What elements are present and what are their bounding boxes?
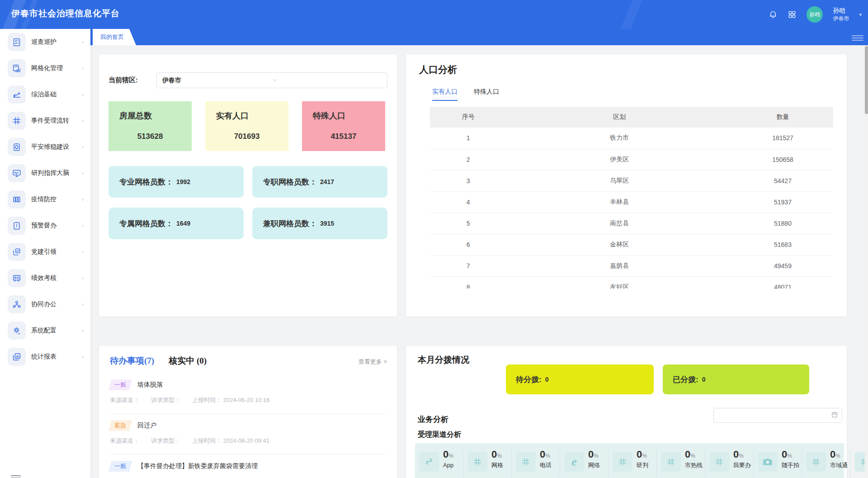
- stat-card-value: 513628: [108, 132, 192, 141]
- device-chart-icon: [8, 59, 26, 77]
- sidebar-item-label: 巡查巡护: [31, 38, 82, 46]
- todo-panel: 待办事项(7) 核实中 (0) 查看更多 > 一般墙体脱落来源渠道：诉求类型：上…: [99, 346, 397, 478]
- channel-label: 市域通: [830, 461, 850, 470]
- chevron-right-icon: ›: [82, 65, 84, 71]
- table-cell: 8: [430, 276, 506, 289]
- tab-bar: 我的首页: [0, 29, 868, 45]
- current-district-label: 当前辖区:: [108, 76, 156, 85]
- channel-item: 0%网格: [463, 449, 511, 478]
- table-cell: 嘉荫县: [506, 255, 732, 276]
- sidebar-item-5[interactable]: 研判指挥大脑›: [0, 160, 90, 186]
- header-decoration: [619, 0, 643, 29]
- channel-percent: 0%: [782, 449, 802, 460]
- business-analysis-title: 业务分析: [418, 414, 448, 425]
- sidebar-item-1[interactable]: 网格化管理›: [0, 55, 90, 81]
- todo-verifying-title[interactable]: 核实中 (0): [169, 355, 207, 367]
- sidebar-item-9[interactable]: 绩效考核›: [0, 265, 90, 291]
- sidebar-item-7[interactable]: 预警督办›: [0, 213, 90, 239]
- worker-card-label: 兼职网格员数：: [263, 218, 317, 229]
- sidebar-item-10[interactable]: 协同办公›: [0, 291, 90, 317]
- done-dispatch-value: 0: [702, 376, 706, 383]
- hash-grid-icon: [854, 452, 865, 472]
- population-panel: 人口分析 实有人口特殊人口 序号区划数量 1铁力市1815272伊美区15065…: [406, 54, 847, 317]
- sidebar-collapse-icon[interactable]: [11, 474, 21, 478]
- todo-title[interactable]: 待办事项(7): [110, 355, 154, 367]
- done-dispatch-card: 已分拨: 0: [663, 364, 809, 394]
- channel-percent: 0%: [733, 449, 753, 460]
- chevron-right-icon: ›: [82, 354, 84, 360]
- hash-grid-icon: [613, 452, 632, 472]
- sidebar-item-0[interactable]: 巡查巡护›: [0, 29, 90, 55]
- stat-card-value: 415137: [302, 132, 385, 141]
- sidebar-item-4[interactable]: 平安维稳建设›: [0, 134, 90, 160]
- sidebar-item-label: 党建引领: [31, 248, 82, 256]
- user-menu-chevron-icon[interactable]: ▾: [859, 12, 862, 18]
- page-scrollbar[interactable]: [865, 45, 868, 478]
- sidebar-item-12[interactable]: 统计报表›: [0, 344, 90, 370]
- sidebar-item-label: 网格化管理: [31, 64, 82, 72]
- view-more-link[interactable]: 查看更多 >: [359, 358, 387, 366]
- channel-item: 0%市热线: [656, 449, 705, 478]
- chevron-right-icon: ›: [82, 144, 84, 150]
- stat-card: 房屋总数513628: [108, 101, 192, 151]
- chevron-right-icon: ›: [82, 91, 84, 98]
- todo-list-item[interactable]: 一般墙体脱落来源渠道：诉求类型：上报时间： 2024-06-20 10:16: [110, 373, 386, 414]
- channel-label: 网格: [491, 461, 511, 470]
- sidebar-item-3[interactable]: 事件受理流转›: [0, 108, 90, 134]
- sidebar-item-11[interactable]: 系统配置›: [0, 317, 90, 344]
- user-info[interactable]: 孙晗 伊春市: [833, 6, 849, 22]
- sidebar-item-label: 研判指挥大脑: [31, 169, 82, 177]
- stat-card-label: 房屋总数: [119, 110, 192, 121]
- columns-icon: [8, 190, 26, 208]
- sidebar-item-6[interactable]: 疫情防控›: [0, 186, 90, 213]
- notification-bell-icon[interactable]: [769, 10, 778, 19]
- sidebar-item-label: 绩效考核: [31, 274, 82, 282]
- worker-card-label: 专属网格员数：: [119, 218, 173, 229]
- grid-worker-card: 兼职网格员数：3915: [252, 208, 387, 239]
- sidebar-item-label: 预警督办: [31, 222, 82, 230]
- scrollbar-thumb[interactable]: [865, 46, 868, 114]
- channel-strip: 0%App0%网格0%电话e0%网络0%研判0%市热线0%我要办0%随手拍0%市…: [415, 443, 844, 478]
- sidebar-item-8[interactable]: 党建引领›: [0, 239, 90, 265]
- channel-percent: 0%: [588, 449, 608, 460]
- sidebar-item-2[interactable]: 综治基础›: [0, 81, 90, 108]
- dispatch-panel: 本月分拨情况 待分拨: 0 已分拨: 0 业务分析 受理渠道分析 0%App0%…: [406, 346, 847, 478]
- chevron-right-icon: ›: [82, 275, 84, 281]
- chevron-right-icon: ›: [82, 301, 84, 308]
- date-range-input[interactable]: [713, 408, 842, 423]
- table-cell: 54427: [732, 170, 833, 191]
- table-row: 3乌翠区54427: [430, 170, 833, 191]
- table-cell: 友好区: [506, 276, 732, 289]
- grid-worker-card: 专业网格员数：1992: [108, 166, 244, 198]
- population-tab-1[interactable]: 特殊人口: [474, 88, 499, 101]
- sidebar: 巡查巡护›网格化管理›综治基础›事件受理流转›平安维稳建设›研判指挥大脑›疫情防…: [0, 29, 90, 478]
- table-cell: 48071: [732, 276, 833, 289]
- table-cell: 49459: [732, 255, 833, 276]
- dispatch-title: 本月分拨情况: [418, 354, 469, 366]
- sidebar-item-label: 协同办公: [31, 300, 82, 308]
- report-copy-icon: [8, 348, 26, 366]
- todo-item-title: 回迁户: [137, 421, 156, 430]
- overlap-check-icon: [8, 243, 26, 261]
- table-row: 1铁力市181527: [430, 128, 833, 149]
- pending-dispatch-label: 待分拨:: [516, 374, 542, 385]
- todo-list-item[interactable]: 紧急回迁户来源渠道：诉求类型：上报时间： 2024-06-20 09:41: [110, 414, 386, 454]
- todo-list-item[interactable]: 一般【事件督办处理】新铁委废弃菌袋需要清理来源渠道：诉求类型：上报时间： 202…: [110, 454, 386, 478]
- tab-my-home[interactable]: 我的首页: [93, 29, 136, 45]
- table-cell: 6: [430, 234, 506, 255]
- table-cell: 3: [430, 170, 506, 191]
- chevron-right-icon: ›: [82, 118, 84, 124]
- hash-grid-icon: [516, 452, 536, 472]
- tab-overflow-menu-icon[interactable]: [852, 34, 863, 42]
- stat-card: 特殊人口415137: [302, 101, 385, 151]
- channel-item: 0%省网格平台: [850, 449, 865, 478]
- hash-grid-icon: [709, 452, 729, 472]
- district-select[interactable]: 伊春市: [156, 72, 387, 88]
- app-grid-icon[interactable]: [788, 10, 797, 19]
- sidebar-item-label: 平安维稳建设: [31, 143, 82, 151]
- channel-item: 0%研判: [608, 449, 656, 478]
- avatar[interactable]: 孙晗: [807, 6, 823, 23]
- todo-source-label: 来源渠道：: [110, 396, 139, 404]
- population-tab-0[interactable]: 实有人口: [432, 88, 458, 101]
- trend-chart-icon: [8, 85, 26, 104]
